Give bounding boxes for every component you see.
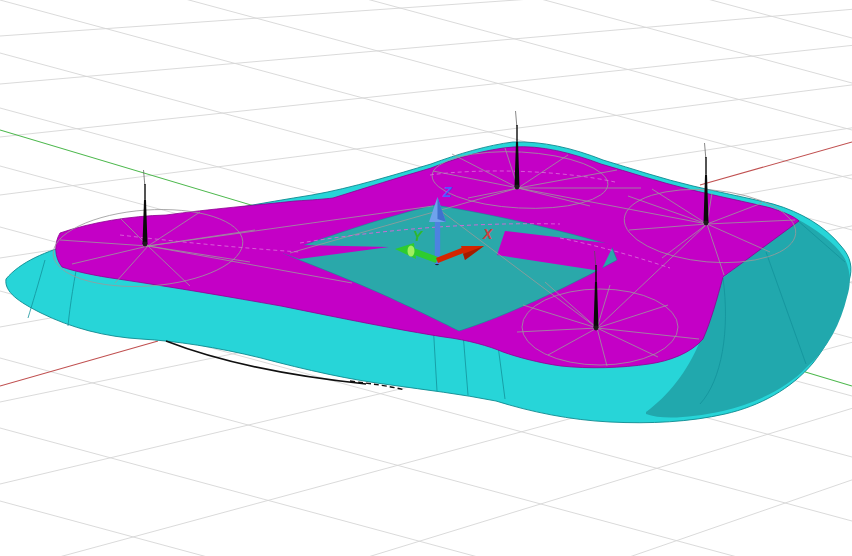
control-spike[interactable] — [143, 170, 148, 246]
spike-base-point[interactable] — [704, 221, 709, 226]
grid-line — [0, 408, 852, 556]
grid-line — [0, 0, 852, 38]
grid-line — [0, 9, 852, 84]
spike-base-point[interactable] — [143, 242, 148, 247]
gizmo-x-label: X — [482, 226, 494, 242]
viewport-3d[interactable]: Z Y X — [0, 0, 852, 556]
spike-needle — [516, 125, 517, 142]
spike-tip-hair — [144, 170, 145, 185]
grid-line — [0, 0, 852, 130]
spike-base-point[interactable] — [515, 185, 520, 190]
grid-line — [0, 45, 852, 137]
grid-line — [0, 501, 852, 556]
spike-base-point[interactable] — [594, 326, 599, 331]
grid-line — [0, 480, 852, 556]
grid-line — [0, 0, 852, 83]
spike-body[interactable] — [704, 175, 709, 223]
gizmo-z-label: Z — [442, 184, 452, 200]
spike-needle — [595, 265, 596, 282]
spike-tip-hair — [516, 111, 517, 126]
spike-needle — [144, 184, 145, 200]
grid-line — [0, 0, 852, 36]
spike-needle — [705, 157, 706, 175]
